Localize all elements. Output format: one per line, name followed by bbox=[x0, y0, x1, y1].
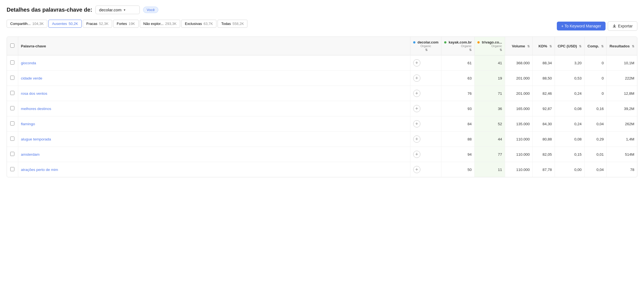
row-kayak-cell: 76 bbox=[441, 86, 475, 101]
trivago-value: 19 bbox=[498, 76, 502, 80]
filter-tab-ausentes[interactable]: Ausentes 50,2K bbox=[48, 20, 82, 28]
row-volume-cell: 165.000 bbox=[505, 101, 532, 116]
cpc-value: 0,24 bbox=[574, 122, 581, 126]
export-button[interactable]: Exportar bbox=[608, 21, 637, 31]
plus-icon: + bbox=[415, 121, 418, 126]
row-comp-cell: 0,04 bbox=[584, 116, 607, 132]
row-results-cell: 39,2M bbox=[607, 101, 637, 116]
row-checkbox[interactable] bbox=[10, 91, 14, 95]
keyword-link[interactable]: rosa dos ventos bbox=[21, 91, 47, 96]
keyword-link[interactable]: gioconda bbox=[21, 61, 36, 65]
row-kd-cell: 84,30 bbox=[532, 116, 555, 132]
plus-icon: + bbox=[415, 91, 418, 96]
sort-icon-kayak[interactable]: ⇅ bbox=[469, 48, 472, 52]
row-kayak-cell: 84 bbox=[441, 116, 475, 132]
kayak-value: 50 bbox=[467, 168, 472, 172]
filter-tab-compartilhadas[interactable]: Compartilh... 104,3K bbox=[7, 20, 47, 28]
sort-icon-kd[interactable]: ⇅ bbox=[549, 45, 552, 48]
row-checkbox[interactable] bbox=[10, 106, 14, 110]
row-cpc-cell: 0,08 bbox=[555, 101, 584, 116]
sort-icon-results[interactable]: ⇅ bbox=[632, 45, 634, 48]
row-volume-cell: 110.000 bbox=[505, 132, 532, 147]
keyword-link[interactable]: melhores destinos bbox=[21, 107, 51, 111]
filter-tab-todas[interactable]: Todas 558,2K bbox=[218, 20, 247, 28]
row-cpc-cell: 3,20 bbox=[555, 55, 584, 71]
kayak-value: 84 bbox=[467, 122, 472, 126]
add-keyword-button[interactable]: + bbox=[413, 166, 420, 173]
trivago-value: 44 bbox=[498, 137, 502, 141]
add-keyword-button[interactable]: + bbox=[413, 90, 420, 97]
th-comp: Comp. ⇅ bbox=[584, 37, 607, 55]
row-checkbox[interactable] bbox=[10, 60, 14, 65]
sort-icon-comp[interactable]: ⇅ bbox=[601, 45, 604, 48]
add-keyword-button[interactable]: + bbox=[413, 59, 420, 66]
export-icon bbox=[612, 24, 616, 28]
cpc-value: 0,53 bbox=[574, 76, 581, 80]
add-keyword-button[interactable]: + bbox=[413, 120, 420, 127]
row-checkbox-cell[interactable] bbox=[7, 71, 18, 86]
sort-icon-decolar[interactable]: ⇅ bbox=[425, 48, 428, 52]
add-keyword-button[interactable]: + bbox=[413, 105, 420, 112]
row-kd-cell: 88,34 bbox=[532, 55, 555, 71]
sort-icon-cpc[interactable]: ⇅ bbox=[579, 45, 581, 48]
table-row: amsterdam + 94 77 110.000 82,05 0,15 bbox=[7, 147, 637, 162]
th-kd: KD% ⇅ bbox=[532, 37, 555, 55]
plus-icon: + bbox=[415, 60, 418, 65]
results-value: 12,8M bbox=[624, 91, 634, 96]
keyword-manager-button[interactable]: + To Keyword Manager bbox=[557, 22, 606, 30]
th-decolar: decolar.com Organic ⇅ bbox=[410, 37, 441, 55]
row-decolar-cell: + bbox=[410, 101, 441, 116]
filter-tab-nao-exploradas[interactable]: Não explor... 293,3K bbox=[140, 20, 180, 28]
volume-value: 368.000 bbox=[516, 61, 530, 65]
row-decolar-cell: + bbox=[410, 116, 441, 132]
th-keyword: Palavra-chave bbox=[18, 37, 410, 55]
trivago-value: 36 bbox=[498, 107, 502, 111]
cpc-value: 0,00 bbox=[574, 168, 581, 172]
keyword-link[interactable]: cidade verde bbox=[21, 76, 42, 80]
keyword-link[interactable]: alugue temporada bbox=[21, 137, 51, 141]
row-checkbox[interactable] bbox=[10, 121, 14, 125]
kayak-value: 76 bbox=[467, 91, 472, 96]
domain-selector[interactable]: decolar.com ▾ bbox=[95, 6, 140, 14]
row-checkbox[interactable] bbox=[10, 76, 14, 80]
cpc-value: 0,08 bbox=[574, 107, 581, 111]
row-cpc-cell: 0,00 bbox=[555, 162, 584, 177]
kayak-value: 88 bbox=[467, 137, 472, 141]
filter-tab-fracas[interactable]: Fracas 52,3K bbox=[83, 20, 112, 28]
kayak-value: 61 bbox=[467, 61, 472, 65]
row-checkbox[interactable] bbox=[10, 152, 14, 156]
select-all-checkbox[interactable] bbox=[10, 43, 14, 48]
row-checkbox-cell[interactable] bbox=[7, 116, 18, 132]
add-keyword-button[interactable]: + bbox=[413, 151, 420, 158]
trivago-dot bbox=[477, 41, 480, 43]
row-checkbox[interactable] bbox=[10, 137, 14, 141]
add-keyword-button[interactable]: + bbox=[413, 135, 420, 143]
keyword-link[interactable]: amsterdam bbox=[21, 152, 40, 157]
keyword-link[interactable]: atrações perto de mim bbox=[21, 168, 58, 172]
kd-value: 92,87 bbox=[542, 107, 552, 111]
row-checkbox-cell[interactable] bbox=[7, 101, 18, 116]
row-checkbox-cell[interactable] bbox=[7, 55, 18, 71]
table-row: melhores destinos + 93 36 165.000 92,87 … bbox=[7, 101, 637, 116]
keyword-table: Palavra-chave decolar.com Organic ⇅ kaya… bbox=[7, 37, 637, 177]
filter-tab-exclusivas[interactable]: Exclusivas 63,7K bbox=[181, 20, 216, 28]
keyword-link[interactable]: flamingo bbox=[21, 122, 35, 126]
table-row: flamingo + 84 52 135.000 84,30 0,24 bbox=[7, 116, 637, 132]
plus-icon: + bbox=[415, 137, 418, 142]
sort-icon-volume[interactable]: ⇅ bbox=[527, 45, 530, 48]
row-checkbox-cell[interactable] bbox=[7, 86, 18, 101]
filter-tab-fortes[interactable]: Fortes 19K bbox=[113, 20, 139, 28]
row-volume-cell: 110.000 bbox=[505, 147, 532, 162]
row-checkbox-cell[interactable] bbox=[7, 147, 18, 162]
results-value: 514M bbox=[625, 152, 634, 157]
row-checkbox-cell[interactable] bbox=[7, 162, 18, 177]
select-all-header[interactable] bbox=[7, 37, 18, 55]
row-volume-cell: 201.000 bbox=[505, 86, 532, 101]
kd-value: 88,50 bbox=[542, 76, 552, 80]
trivago-value: 41 bbox=[498, 61, 502, 65]
row-checkbox[interactable] bbox=[10, 167, 14, 171]
sort-icon-trivago[interactable]: ⇅ bbox=[500, 48, 502, 52]
volume-value: 110.000 bbox=[516, 168, 530, 172]
row-checkbox-cell[interactable] bbox=[7, 132, 18, 147]
add-keyword-button[interactable]: + bbox=[413, 75, 420, 82]
